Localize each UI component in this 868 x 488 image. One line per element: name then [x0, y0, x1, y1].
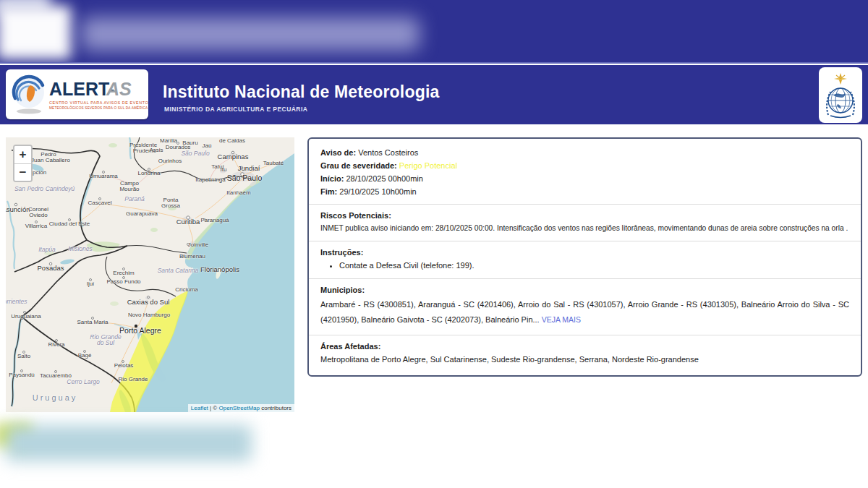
fim-row: Fim: 29/10/2025 10h00min [320, 186, 849, 198]
alertas-logo: ALERT- AS CENTRO VIRTUAL PARA AVISOS DE … [6, 69, 148, 119]
zoom-in-button[interactable]: + [14, 146, 31, 163]
wmo-emblem-icon [823, 72, 858, 119]
brand-primary: ALERT- [49, 79, 114, 99]
zoom-out-button[interactable]: − [14, 163, 31, 181]
municipios-section: Municipios: Arambaré - RS (4300851), Ara… [320, 286, 849, 328]
map-tiles [6, 137, 294, 412]
veja-mais-link[interactable]: VEJA MAIS [542, 315, 581, 324]
areas-label: Áreas Afetadas: [320, 342, 380, 351]
wmo-logo [819, 67, 862, 123]
blurred-title-text [81, 17, 420, 51]
divider [309, 335, 861, 335]
riscos-text: INMET publica aviso iniciando em: 28/10/… [320, 223, 849, 234]
severidade-row: Grau de severidade: Perigo Potencial [320, 160, 849, 172]
instrucoes-label: Instruções: [320, 248, 363, 257]
severidade-label: Grau de severidade: [320, 161, 397, 170]
aviso-value: Ventos Costeiros [356, 148, 418, 157]
alert-panel: Aviso de: Ventos Costeiros Grau de sever… [307, 137, 862, 377]
openstreetmap-link[interactable]: OpenStreetMap [218, 405, 259, 411]
fim-label: Fim: [320, 187, 337, 196]
attribution-suffix: contributors [260, 405, 292, 411]
inicio-row: Início: 28/10/2025 00h00min [320, 173, 849, 185]
inicio-label: Início: [320, 174, 344, 183]
alert-map[interactable]: DouradosPedroJuan CaballeroPresidentePru… [6, 137, 294, 412]
divider [309, 204, 861, 205]
browser-chrome-blurred [0, 0, 868, 64]
areas-text: Metropolitana de Porto Alegre, Sul Catar… [320, 354, 849, 367]
aviso-label: Aviso de: [320, 148, 356, 157]
porto-alegre-marker [135, 325, 137, 328]
brand-tagline-1: CENTRO VIRTUAL PARA AVISOS DE EVENTOS [49, 100, 148, 105]
inicio-value: 28/10/2025 00h00min [344, 174, 422, 183]
divider [309, 241, 861, 241]
fim-value: 29/10/2025 10h00min [337, 187, 416, 196]
page-title: Instituto Nacional de Meteorologia [163, 82, 440, 102]
map-zoom-control: + − [13, 145, 33, 182]
municipios-text: Arambaré - RS (4300851), Araranguá - SC … [320, 297, 849, 328]
instrucoes-section: Instruções: Contate a Defesa Civil (tele… [320, 248, 849, 272]
brand-secondary: AS [106, 79, 132, 99]
site-header: ALERT- AS CENTRO VIRTUAL PARA AVISOS DE … [0, 65, 868, 124]
brand-tagline-2: METEOROLÓGICOS SEVEROS PARA O SUL DA AMÉ… [49, 106, 148, 110]
page: ALERT- AS CENTRO VIRTUAL PARA AVISOS DE … [0, 0, 868, 488]
municipios-list: Arambaré - RS (4300851), Araranguá - SC … [320, 300, 849, 324]
leaflet-link[interactable]: Leaflet [191, 405, 208, 411]
divider [309, 278, 861, 279]
areas-section: Áreas Afetadas: Metropolitana de Porto A… [320, 342, 849, 367]
instrucao-item: Contate a Defesa Civil (telefone: 199). [339, 260, 849, 272]
severity-value: Perigo Potencial [397, 161, 457, 170]
municipios-label: Municipios: [320, 286, 365, 294]
alertas-logo-graphic: ALERT- AS CENTRO VIRTUAL PARA AVISOS DE … [6, 69, 148, 119]
attribution-separator: | © [208, 405, 219, 411]
blurred-logo-box [0, 6, 71, 59]
riscos-section: Riscos Potenciais: INMET publica aviso i… [320, 211, 849, 234]
page-subtitle: MINISTÉRIO DA AGRICULTURA E PECUÁRIA [164, 106, 307, 113]
aviso-row: Aviso de: Ventos Costeiros [320, 147, 849, 159]
instrucoes-list: Contate a Defesa Civil (telefone: 199). [339, 260, 849, 272]
riscos-label: Riscos Potenciais: [320, 211, 391, 220]
blurred-footer-strip [6, 425, 252, 461]
map-attribution: Leaflet | © OpenStreetMap contributors [188, 404, 294, 412]
